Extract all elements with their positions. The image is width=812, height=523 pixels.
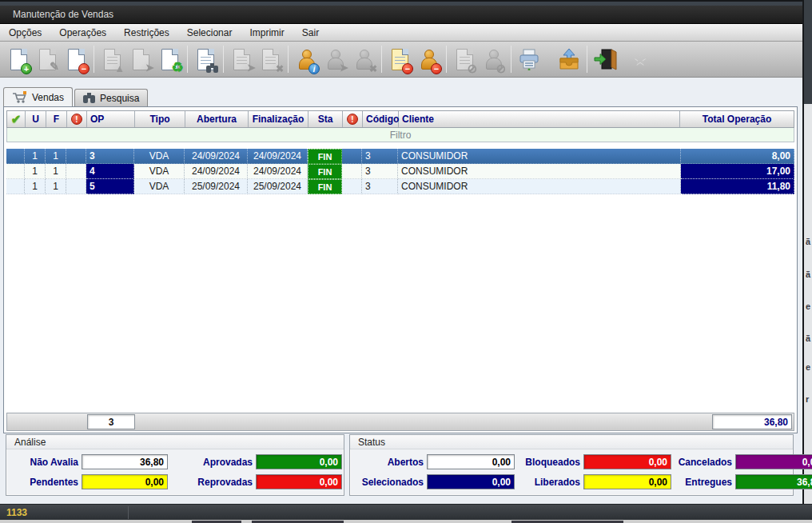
tab-pesquisa-label: Pesquisa: [100, 93, 139, 104]
cell-f[interactable]: 1: [46, 179, 66, 194]
cell-alert1[interactable]: [66, 164, 86, 179]
archive-button[interactable]: [555, 44, 583, 74]
abertos-label: Abertos: [355, 457, 424, 468]
tab-pesquisa[interactable]: Pesquisa: [74, 89, 148, 106]
column-header-finalizacao[interactable]: Finalização: [249, 111, 308, 127]
archive-icon: [558, 48, 580, 70]
toolbar-separator: [446, 46, 447, 73]
cell-alert2[interactable]: [342, 179, 362, 194]
refresh-document-button[interactable]: ♻: [155, 44, 184, 74]
column-header-op[interactable]: OP: [87, 111, 135, 127]
cell-abertura[interactable]: 24/09/2024: [185, 164, 248, 179]
cell-finalizacao[interactable]: 25/09/2024: [248, 179, 308, 194]
column-header-sta[interactable]: Sta: [308, 111, 343, 127]
aprovadas-value: 0,00: [256, 454, 342, 469]
menu-imprimir[interactable]: Imprimir: [241, 25, 293, 41]
cell-cliente[interactable]: CONSUMIDOR: [398, 149, 681, 164]
column-header-abertura[interactable]: Abertura: [185, 111, 249, 127]
column-header-u[interactable]: U: [26, 111, 46, 127]
cell-codigo[interactable]: 3: [362, 179, 398, 194]
grid-header-row: ✔ U F ! OP Tipo Abertura Finalização Sta…: [6, 110, 794, 128]
cell-alert1[interactable]: [66, 149, 86, 164]
person-info-button[interactable]: i: [292, 44, 320, 74]
cart-icon: [12, 91, 27, 104]
cell-sta[interactable]: FIN: [308, 179, 342, 194]
alert-icon: !: [347, 114, 358, 125]
column-header-alert2[interactable]: !: [343, 111, 363, 127]
toolbar: + ✎ − ▲ ➤ ♻ ➤ ✖: [0, 42, 802, 78]
cell-total[interactable]: 11,80: [681, 179, 794, 194]
minus-icon: −: [431, 63, 442, 74]
nao-avalia-value: 36,80: [82, 454, 168, 469]
column-header-f[interactable]: F: [46, 111, 67, 127]
cell-check[interactable]: [6, 149, 25, 164]
cell-codigo[interactable]: 3: [362, 164, 398, 179]
column-header-tipo[interactable]: Tipo: [135, 111, 185, 127]
tab-vendas[interactable]: Vendas: [3, 87, 73, 106]
cell-cliente[interactable]: CONSUMIDOR: [398, 164, 681, 179]
abertos-value: 0,00: [427, 454, 515, 469]
forward-document-button: ➤: [126, 44, 155, 74]
cell-finalizacao[interactable]: 24/09/2024: [248, 164, 308, 179]
column-header-check[interactable]: ✔: [7, 111, 26, 127]
block-person-button[interactable]: −: [414, 44, 443, 74]
cell-op[interactable]: 3: [86, 149, 134, 164]
info-icon: i: [308, 63, 320, 74]
menu-restricoes[interactable]: Restrições: [115, 25, 178, 41]
status-panel: Status Abertos 0,00 Bloqueados 0,00 Canc…: [349, 434, 794, 496]
cell-total[interactable]: 17,00: [681, 164, 794, 179]
background-window-bottom: [0, 520, 812, 523]
cell-cliente[interactable]: CONSUMIDOR: [398, 179, 681, 194]
bloqueados-label: Bloqueados: [518, 457, 580, 468]
cell-check[interactable]: [6, 179, 25, 194]
cell-finalizacao[interactable]: 24/09/2024: [248, 149, 308, 164]
cell-sta[interactable]: FIN: [308, 164, 342, 179]
cell-f[interactable]: 1: [46, 149, 66, 164]
menu-bar: Opções Operações Restrições Selecionar I…: [0, 24, 802, 42]
block-document-button[interactable]: −: [385, 44, 414, 74]
cell-op[interactable]: 4: [86, 164, 134, 179]
arrow-right-icon: ➤: [145, 62, 154, 74]
cell-abertura[interactable]: 25/09/2024: [185, 179, 248, 194]
cell-alert1[interactable]: [66, 179, 86, 194]
cell-u[interactable]: 1: [25, 164, 46, 179]
cell-u[interactable]: 1: [25, 179, 46, 194]
table-row[interactable]: 1 1 3 VDA 24/09/2024 24/09/2024 FIN 3 CO…: [6, 149, 794, 164]
status-bar: 1133: [0, 504, 812, 520]
cell-sta[interactable]: FIN: [308, 149, 342, 164]
print-button[interactable]: [515, 44, 543, 74]
cell-codigo[interactable]: 3: [362, 149, 398, 164]
table-row[interactable]: 1 1 5 VDA 25/09/2024 25/09/2024 FIN 3 CO…: [6, 179, 794, 194]
grid-filter-row[interactable]: Filtro: [6, 128, 794, 142]
cell-check[interactable]: [6, 164, 25, 179]
cell-tipo[interactable]: VDA: [134, 149, 185, 164]
menu-opcoes[interactable]: Opções: [0, 25, 50, 41]
search-document-button[interactable]: [191, 44, 220, 74]
cell-tipo[interactable]: VDA: [134, 164, 185, 179]
bloqueados-value: 0,00: [583, 454, 671, 469]
exit-button[interactable]: [591, 44, 619, 74]
menu-selecionar[interactable]: Selecionar: [178, 25, 241, 41]
menu-sair[interactable]: Sair: [293, 25, 328, 41]
title-bar[interactable]: Manutenção de Vendas: [0, 6, 802, 24]
cell-u[interactable]: 1: [25, 149, 46, 164]
new-document-button[interactable]: +: [4, 44, 33, 74]
table-row[interactable]: 1 1 4 VDA 24/09/2024 24/09/2024 FIN 3 CO…: [6, 164, 794, 179]
cell-alert2[interactable]: [342, 164, 362, 179]
cell-tipo[interactable]: VDA: [134, 179, 185, 194]
background-text-fragment: ã: [806, 237, 810, 246]
toolbar-separator: [187, 46, 188, 73]
cell-alert2[interactable]: [342, 149, 362, 164]
no-sign-icon: ⊘: [467, 63, 478, 74]
cell-f[interactable]: 1: [46, 164, 66, 179]
delete-document-button[interactable]: −: [62, 44, 90, 74]
cell-total[interactable]: 8,00: [681, 149, 794, 164]
filter-label: Filtro: [390, 130, 412, 141]
column-header-codigo[interactable]: Código: [363, 111, 399, 127]
column-header-alert1[interactable]: !: [67, 111, 87, 127]
column-header-cliente[interactable]: Cliente: [399, 111, 680, 127]
menu-operacoes[interactable]: Operações: [50, 25, 115, 41]
cell-op[interactable]: 5: [86, 179, 134, 194]
cell-abertura[interactable]: 24/09/2024: [185, 149, 248, 164]
column-header-total[interactable]: Total Operação: [680, 111, 794, 127]
